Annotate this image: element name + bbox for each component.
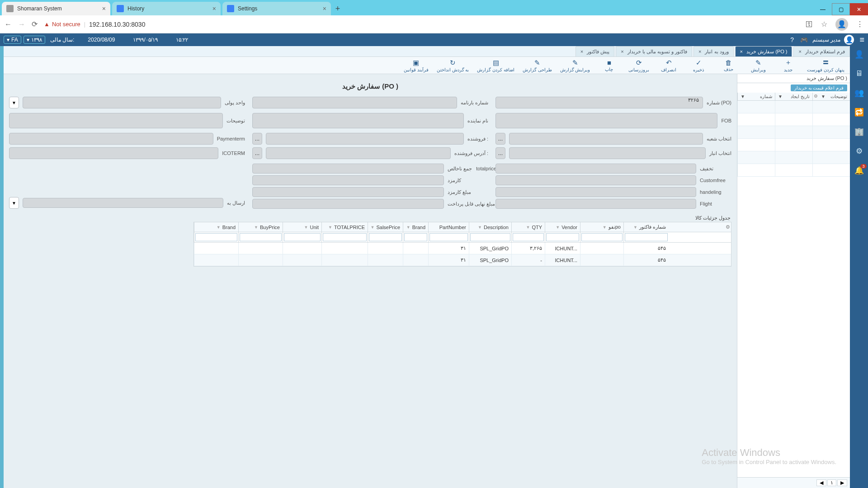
col-brand[interactable]: ▼Brand (403, 222, 428, 232)
filter-icon[interactable]: ▼ (778, 94, 783, 99)
gear-icon[interactable]: ⚙ (726, 224, 730, 230)
transfer-icon[interactable]: 🔁 (854, 108, 864, 117)
list-item[interactable] (737, 126, 850, 139)
filter-icon[interactable]: ▼ (406, 225, 410, 230)
user-menu[interactable]: مدیر سیستم 👤 (812, 35, 854, 45)
reload-button[interactable]: ⟳ (32, 20, 38, 28)
users-icon[interactable]: 👥 (854, 88, 864, 98)
pager-next[interactable]: ▶ (837, 479, 847, 486)
filter-total[interactable] (323, 233, 367, 241)
col-nopo[interactable]: ▼نفوpo (580, 222, 623, 232)
filter-brand2[interactable] (195, 233, 237, 241)
side-col-date[interactable]: ▼تاریخ ایجاد (775, 93, 812, 100)
gamepad-icon[interactable]: 🎮 (800, 36, 808, 43)
discount-field[interactable] (495, 164, 696, 174)
building-icon[interactable]: 🏢 (854, 127, 864, 136)
fob-field[interactable] (495, 113, 717, 128)
warehouse-lookup[interactable]: … (495, 147, 505, 159)
table-row[interactable]: ۳۱ SPL_GridPO - ICHUNT... ۵۴۵ (194, 254, 731, 266)
workflow-button[interactable]: ↻به گردش انداختن (437, 59, 469, 72)
seller-addr-field[interactable] (266, 147, 451, 159)
new-tab-button[interactable]: + (331, 2, 344, 15)
seller-field[interactable] (266, 133, 464, 145)
list-item[interactable] (737, 139, 850, 151)
flight-field[interactable] (495, 199, 696, 209)
barname-field[interactable] (252, 97, 457, 108)
filter-icon[interactable]: ▼ (328, 225, 332, 230)
side-col-desc[interactable]: ⚙▼توضیحات (812, 93, 850, 100)
col-totalprice[interactable]: ▼TOTALPRICE (321, 222, 368, 232)
filter-icon[interactable]: ▼ (371, 225, 375, 230)
key-icon[interactable]: ⚿ (806, 20, 813, 28)
col-vendor[interactable]: ▼Vendor (545, 222, 580, 232)
seller-lookup[interactable]: … (252, 133, 262, 145)
seller-addr-lookup[interactable]: … (252, 147, 262, 159)
browser-tab-2[interactable]: History × (112, 2, 221, 15)
sendto-field[interactable] (23, 198, 223, 208)
list-item[interactable] (737, 101, 850, 113)
col-qty[interactable]: ▼QTY (511, 222, 545, 232)
filter-icon[interactable]: ▼ (478, 225, 482, 230)
tab-invoice-buyer[interactable]: ×فاکتور و تسویه مالی با خریدار (616, 46, 692, 56)
filter-icon[interactable]: ▼ (526, 225, 530, 230)
filter-desc[interactable] (470, 233, 510, 241)
monitor-icon[interactable]: 🖥 (855, 69, 863, 78)
col-salseprice[interactable]: ▼SalsePrice (368, 222, 403, 232)
tab-pishfactor[interactable]: ×پیش فاکتور (576, 46, 615, 56)
side-badge[interactable]: فرم اعلام قیمت به خریدار (791, 84, 847, 91)
final-field[interactable] (252, 199, 444, 209)
close-button[interactable]: ✕ (850, 3, 868, 15)
profile-button[interactable]: 👤 (835, 18, 848, 31)
gear-icon[interactable]: ⚙ (814, 94, 818, 99)
edit-button[interactable]: ✎ویرایش (747, 59, 769, 72)
close-icon[interactable]: × (580, 49, 583, 54)
col-brand2[interactable]: ▼Brand (194, 222, 238, 232)
user-plus-icon[interactable]: 👤 (854, 50, 864, 59)
list-item[interactable] (737, 164, 850, 177)
back-button[interactable]: ← (5, 20, 12, 28)
filter-brand[interactable] (404, 233, 427, 241)
hide-list-button[interactable]: 〓پنهان کردن فهرست (807, 58, 844, 72)
filter-salse[interactable] (369, 233, 402, 241)
col-buyprice[interactable]: ▼BuyPrice (238, 222, 283, 232)
browser-tab-1[interactable]: Shomaran System × (2, 2, 110, 15)
close-icon[interactable]: × (323, 5, 326, 12)
sendto-dropdown[interactable]: ▼ (9, 197, 19, 209)
forward-button[interactable]: → (18, 20, 25, 28)
close-icon[interactable]: × (798, 49, 801, 54)
handling-field[interactable] (495, 187, 696, 197)
filter-inv[interactable] (625, 233, 668, 241)
agent-field[interactable] (252, 113, 464, 128)
pager-prev[interactable]: ◀ (816, 479, 826, 486)
filter-icon[interactable]: ▼ (217, 225, 221, 230)
col-description[interactable]: ▼Description (469, 222, 511, 232)
browser-tab-3[interactable]: Settings × (222, 2, 331, 15)
filter-buy[interactable] (240, 233, 282, 241)
fee-amount-field[interactable] (252, 187, 444, 197)
po-number-field[interactable]: ۳۲۶۵ (495, 97, 703, 108)
close-icon[interactable]: × (740, 49, 743, 54)
filter-icon[interactable]: ▼ (603, 225, 607, 230)
close-icon[interactable]: × (102, 5, 106, 12)
tab-warehouse-in[interactable]: ×ورود به انبار (693, 46, 734, 56)
add-report-button[interactable]: ▤اضافه کردن گزارش (477, 59, 514, 72)
edit-report-button[interactable]: ✎ویرایش گزارش (560, 59, 590, 72)
filter-part[interactable] (429, 233, 468, 241)
filter-vendor[interactable] (546, 233, 579, 241)
col-invoice[interactable]: ▼شماره فاکتور (623, 222, 669, 232)
desc-field[interactable] (9, 113, 223, 128)
gear-icon[interactable]: ⚙ (856, 146, 863, 156)
side-col-number[interactable]: ▼شماره (737, 93, 775, 100)
branch-field[interactable] (509, 133, 703, 145)
gross-field[interactable] (252, 164, 444, 174)
filter-icon[interactable]: ▼ (633, 225, 637, 230)
col-unit[interactable]: ▼Unit (283, 222, 321, 232)
branch-lookup[interactable]: … (495, 133, 505, 145)
close-icon[interactable]: × (212, 5, 216, 12)
fee-field[interactable] (252, 175, 444, 185)
tab-buyer-inquiry[interactable]: ×فرم استعلام خریدار (793, 46, 850, 56)
rules-process-button[interactable]: ▣فرآیند قوانین (404, 59, 429, 72)
filter-qty[interactable] (513, 233, 544, 241)
close-icon[interactable]: × (621, 49, 623, 54)
filter-icon[interactable]: ▼ (741, 94, 745, 99)
